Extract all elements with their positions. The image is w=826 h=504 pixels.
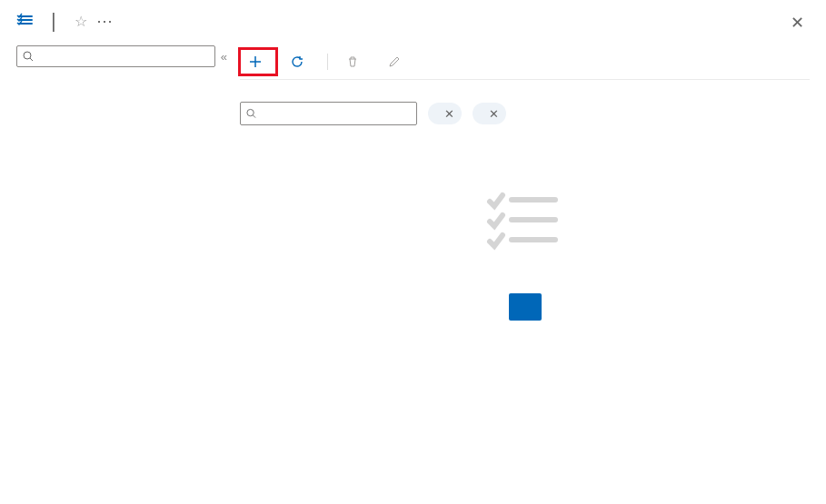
search-icon xyxy=(246,108,256,119)
sidebar: « xyxy=(0,40,236,491)
refresh-button[interactable] xyxy=(282,49,318,74)
empty-state-icon xyxy=(484,189,566,255)
command-bar xyxy=(240,44,810,80)
refresh-icon xyxy=(291,55,304,68)
add-policy-button[interactable] xyxy=(509,293,542,321)
pencil-icon xyxy=(388,55,401,68)
svg-line-1 xyxy=(30,58,33,61)
filter-permissions[interactable]: ✕ xyxy=(428,103,462,124)
clear-filter-icon[interactable]: ✕ xyxy=(489,107,499,121)
edit-button xyxy=(379,49,415,74)
sidebar-search[interactable] xyxy=(16,45,215,67)
favorite-star-icon[interactable]: ☆ xyxy=(75,13,87,30)
keyvault-icon xyxy=(16,13,35,34)
toolbar-separator xyxy=(327,54,328,70)
filter-type[interactable]: ✕ xyxy=(473,103,506,124)
svg-point-2 xyxy=(247,109,254,115)
filter-search[interactable] xyxy=(240,102,417,125)
empty-state xyxy=(240,189,810,491)
search-icon xyxy=(23,51,34,62)
clear-filter-icon[interactable]: ✕ xyxy=(444,107,454,121)
svg-line-3 xyxy=(253,115,255,118)
filter-search-input[interactable] xyxy=(260,107,411,120)
trash-icon xyxy=(346,55,359,68)
delete-button xyxy=(337,49,373,74)
sidebar-search-input[interactable] xyxy=(37,50,209,63)
create-button[interactable] xyxy=(240,49,276,74)
filter-row: ✕ ✕ xyxy=(240,102,810,125)
close-icon[interactable]: ✕ xyxy=(791,13,804,33)
title-separator: | xyxy=(51,9,56,33)
plus-icon xyxy=(249,55,262,68)
collapse-sidebar-icon[interactable]: « xyxy=(221,50,227,64)
svg-point-0 xyxy=(24,52,31,59)
main-content: ✕ ✕ xyxy=(236,40,826,491)
more-icon[interactable]: ⋯ xyxy=(96,11,113,31)
